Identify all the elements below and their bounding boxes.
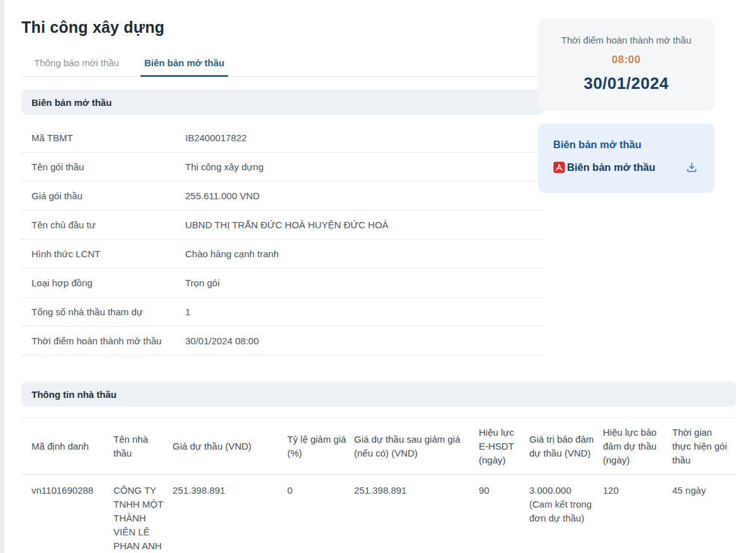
- record-file-card: Biên bản mở thầu Biên bản mở thầu: [538, 124, 714, 193]
- kv-label: Giá gói thầu: [21, 190, 185, 201]
- cell-ty-le-giam-gia: 0: [287, 475, 354, 553]
- kv-label: Thời điểm hoàn thành mở thầu: [21, 335, 185, 346]
- kv-label: Tổng số nhà thầu tham dự: [21, 306, 185, 317]
- kv-row-loai-hop-dong: Loại hợp đồng Trọn gói: [21, 269, 544, 298]
- file-row: Biên bản mở thầu: [553, 160, 699, 175]
- kv-value: Chào hàng cạnh tranh: [185, 248, 278, 259]
- kv-row-tong-so-nha-thau: Tổng số nhà thầu tham dự 1: [21, 298, 544, 327]
- record-detail-list: Mã TBMT IB2400017822 Tên gói thầu Thi cô…: [21, 124, 544, 356]
- page: Thi công xây dựng Thông báo mời thầu Biê…: [0, 0, 756, 553]
- kv-label: Hình thức LCNT: [21, 248, 185, 259]
- bidders-table: Mã định danh Tên nhà thầu Giá dự thầu (V…: [21, 417, 736, 553]
- download-icon[interactable]: [684, 160, 699, 175]
- kv-value: 255.611.000 VND: [185, 190, 260, 201]
- cell-gia-tri-bao-dam: 3.000.000 (Cam kết trong đơn dự thầu): [529, 475, 603, 553]
- cell-gia-du-thau: 251.398.891: [173, 475, 287, 553]
- col-hieu-luc-ehsdt: Hiệu lực E-HSDT (ngày): [479, 418, 529, 475]
- table-row: vn1101690288 CÔNG TY TNHH MỘT THÀNH VIÊN…: [21, 475, 736, 553]
- col-ty-le-giam-gia: Tỷ lệ giảm giá (%): [287, 418, 354, 475]
- opening-time-value: 08:00: [538, 54, 714, 66]
- col-ten-nha-thau: Tên nhà thầu: [113, 418, 173, 475]
- kv-label: Tên gói thầu: [21, 161, 185, 172]
- kv-value: Thi công xây dựng: [185, 161, 263, 172]
- tab-bar: Thông báo mời thầu Biên bản mở thầu: [21, 52, 544, 77]
- page-left-edge: [0, 0, 4, 553]
- cell-thoi-gian-thuc-hien: 45 ngày: [672, 475, 736, 553]
- col-thoi-gian-thuc-hien: Thời gian thực hiện gói thầu: [672, 418, 736, 475]
- col-hieu-luc-bao-dam: Hiệu lực bảo đảm dự thầu (ngày): [603, 418, 672, 475]
- cell-ten-nha-thau: CÔNG TY TNHH MỘT THÀNH VIÊN LÊ PHAN ANH: [113, 475, 173, 553]
- cell-hieu-luc-ehsdt: 90: [479, 475, 529, 553]
- opening-date-value: 30/01/2024: [538, 74, 714, 93]
- table-header-row: Mã định danh Tên nhà thầu Giá dự thầu (V…: [21, 418, 736, 475]
- kv-value: 1: [185, 306, 190, 317]
- kv-label: Mã TBMT: [21, 132, 185, 143]
- opening-time-card: Thời điểm hoàn thành mở thầu 08:00 30/01…: [538, 19, 714, 111]
- file-card-title: Biên bản mở thầu: [553, 139, 699, 151]
- kv-row-ten-goi-thau: Tên gói thầu Thi công xây dựng: [21, 153, 544, 182]
- kv-label: Loại hợp đồng: [21, 277, 185, 288]
- kv-value: Trọn gói: [185, 277, 219, 288]
- col-gia-tri-bao-dam: Giá trị bảo đảm dự thầu (VND): [529, 418, 603, 475]
- kv-row-ten-chu-dau-tu: Tên chủ đầu tư UBND THỊ TRẤN ĐỨC HOÀ HUY…: [21, 211, 544, 240]
- cell-hieu-luc-bao-dam: 120: [603, 475, 672, 553]
- kv-label: Tên chủ đầu tư: [21, 219, 185, 230]
- pdf-file-icon: [553, 161, 565, 173]
- cell-ma-dinh-danh: vn1101690288: [21, 475, 113, 553]
- kv-value: IB2400017822: [185, 132, 247, 143]
- record-file-link[interactable]: Biên bản mở thầu: [567, 161, 655, 173]
- right-sidebar: Thời điểm hoàn thành mở thầu 08:00 30/01…: [538, 19, 714, 193]
- tab-thong-bao-moi-thau[interactable]: Thông báo mời thầu: [30, 52, 123, 76]
- kv-row-thoi-diem-hoan-thanh: Thời điểm hoàn thành mở thầu 30/01/2024 …: [21, 327, 544, 356]
- tab-bien-ban-mo-thau[interactable]: Biên bản mở thầu: [140, 52, 228, 77]
- kv-row-ma-tbmt: Mã TBMT IB2400017822: [21, 124, 544, 153]
- cell-gia-sau-giam-gia: 251.398.891: [354, 475, 479, 553]
- col-ma-dinh-danh: Mã định danh: [21, 418, 113, 475]
- kv-row-hinh-thuc-lcnt: Hình thức LCNT Chào hàng cạnh tranh: [21, 240, 544, 269]
- opening-time-title: Thời điểm hoàn thành mở thầu: [538, 35, 714, 45]
- contractor-section-header: Thông tin nhà thầu: [21, 381, 736, 407]
- col-gia-du-thau: Giá dự thầu (VND): [173, 418, 287, 475]
- kv-value: 30/01/2024 08:00: [185, 335, 259, 346]
- record-section-header: Biên bản mở thầu: [21, 90, 544, 115]
- kv-value: UBND THỊ TRẤN ĐỨC HOÀ HUYỆN ĐỨC HOÀ: [185, 219, 389, 230]
- col-gia-sau-giam-gia: Giá dự thầu sau giảm giá (nếu có) (VND): [354, 418, 479, 475]
- kv-row-gia-goi-thau: Giá gói thầu 255.611.000 VND: [21, 182, 544, 211]
